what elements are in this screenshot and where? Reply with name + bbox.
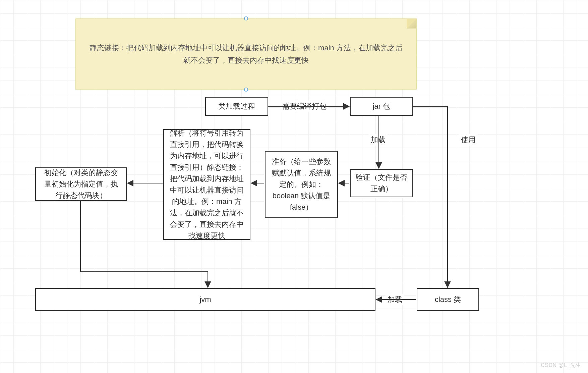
edge-label-use: 使用 [459, 134, 478, 146]
edge-label-load2: 加载 [386, 294, 404, 305]
node-resolve[interactable]: 解析（将符号引用转为直接引用，把代码转换为内存地址，可以进行直接引用）静态链接：… [163, 129, 250, 240]
node-class[interactable]: class 类 [417, 288, 479, 311]
node-label: 初始化（对类的静态变量初始化为指定值，执行静态代码块） [41, 167, 121, 201]
edge-label-load1: 加载 [369, 134, 388, 146]
node-label: 验证（文件是否正确） [355, 172, 408, 195]
node-verify[interactable]: 验证（文件是否正确） [350, 169, 413, 197]
node-init[interactable]: 初始化（对类的静态变量初始化为指定值，执行静态代码块） [35, 167, 127, 201]
sticky-note[interactable]: 静态链接：把代码加载到内存地址中可以让机器直接访问的地址。例：main 方法，在… [75, 18, 417, 90]
node-jvm[interactable]: jvm [35, 288, 375, 311]
watermark: CSDN @L_先生 [541, 362, 581, 369]
edge-label-compile: 需要编译打包 [280, 101, 329, 112]
node-label: class 类 [435, 294, 461, 305]
node-label: 解析（将符号引用转为直接引用，把代码转换为内存地址，可以进行直接引用）静态链接：… [169, 127, 245, 242]
node-label: jar 包 [373, 101, 391, 112]
node-label: 准备（给一些参数赋默认值，系统规定的。例如：boolean 默认值是 false… [270, 156, 333, 213]
selection-handle-top[interactable] [244, 16, 248, 20]
node-label: 类加载过程 [218, 101, 255, 112]
node-label: jvm [199, 294, 211, 305]
note-text: 静态链接：把代码加载到内存地址中可以让机器直接访问的地址。例：main 方法，在… [89, 42, 403, 67]
node-jar[interactable]: jar 包 [350, 97, 413, 116]
node-prepare[interactable]: 准备（给一些参数赋默认值，系统规定的。例如：boolean 默认值是 false… [265, 151, 338, 218]
selection-handle-bottom[interactable] [244, 88, 248, 92]
node-class-loading[interactable]: 类加载过程 [205, 97, 268, 116]
